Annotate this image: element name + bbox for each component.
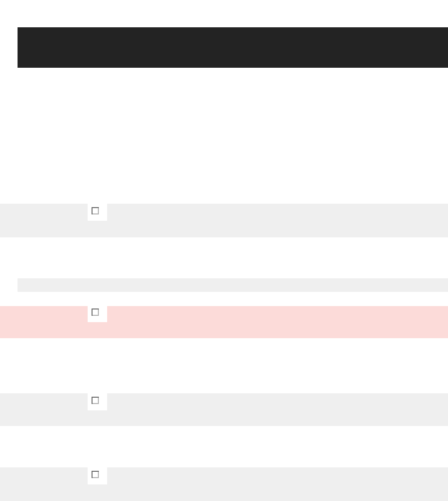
header-bar xyxy=(18,27,448,68)
list-row-inset xyxy=(18,278,448,292)
list-row xyxy=(0,204,448,237)
list-row-highlighted xyxy=(0,306,448,338)
checkbox-cell xyxy=(88,467,107,484)
checkbox-icon[interactable] xyxy=(92,397,99,404)
list-row xyxy=(0,467,448,501)
list-row xyxy=(0,393,448,426)
checkbox-cell xyxy=(88,305,107,322)
checkbox-icon[interactable] xyxy=(92,207,99,214)
checkbox-cell xyxy=(88,393,107,410)
checkbox-icon[interactable] xyxy=(92,471,99,478)
checkbox-icon[interactable] xyxy=(92,308,99,316)
checkbox-cell xyxy=(88,204,107,221)
